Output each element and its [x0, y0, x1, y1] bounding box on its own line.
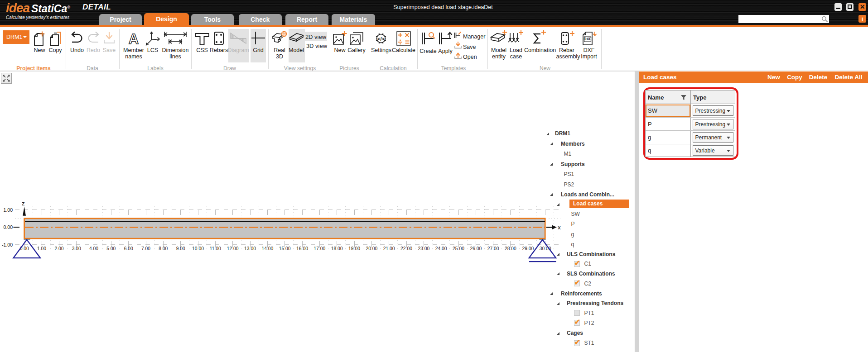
svg-text:23.00: 23.00: [418, 246, 429, 251]
svg-text:13.00: 13.00: [244, 246, 256, 251]
svg-text:1.00: 1.00: [4, 207, 13, 213]
svg-text:1.00: 1.00: [37, 246, 46, 251]
svg-text:21.00: 21.00: [383, 246, 395, 251]
svg-text:29.00: 29.00: [522, 246, 534, 251]
svg-text:24.00: 24.00: [435, 246, 447, 251]
svg-text:12.00: 12.00: [227, 246, 239, 251]
svg-text:0.00: 0.00: [4, 224, 13, 230]
svg-text:20.00: 20.00: [366, 246, 377, 251]
svg-text:25.00: 25.00: [453, 246, 464, 251]
svg-text:5.00: 5.00: [106, 246, 116, 251]
svg-text:22.00: 22.00: [400, 246, 412, 251]
svg-text:A: A: [129, 31, 139, 47]
svg-text:</>: </>: [377, 36, 385, 42]
svg-text:14.00: 14.00: [261, 246, 273, 251]
svg-text:-1.00: -1.00: [2, 242, 13, 247]
svg-text:6.00: 6.00: [124, 246, 133, 251]
svg-text:28.00: 28.00: [505, 246, 516, 251]
svg-text:17.00: 17.00: [313, 246, 325, 251]
svg-text:2.00: 2.00: [54, 246, 63, 251]
svg-text:11.00: 11.00: [210, 246, 221, 251]
svg-text:27.00: 27.00: [487, 246, 499, 251]
svg-text:26.00: 26.00: [470, 246, 482, 251]
svg-text:10.00: 10.00: [192, 246, 204, 251]
svg-text:DXF: DXF: [584, 37, 592, 41]
svg-text:4.00: 4.00: [89, 246, 98, 251]
svg-text:z: z: [22, 200, 25, 207]
svg-text:16.00: 16.00: [296, 246, 308, 251]
svg-text:18.00: 18.00: [331, 246, 343, 251]
svg-text:x: x: [558, 224, 561, 231]
svg-text:9.00: 9.00: [176, 246, 185, 251]
svg-text:8.00: 8.00: [159, 246, 168, 251]
svg-text:19.00: 19.00: [348, 246, 360, 251]
svg-text:15.00: 15.00: [279, 246, 291, 251]
svg-text:3.00: 3.00: [72, 246, 81, 251]
svg-text:7.00: 7.00: [141, 246, 150, 251]
